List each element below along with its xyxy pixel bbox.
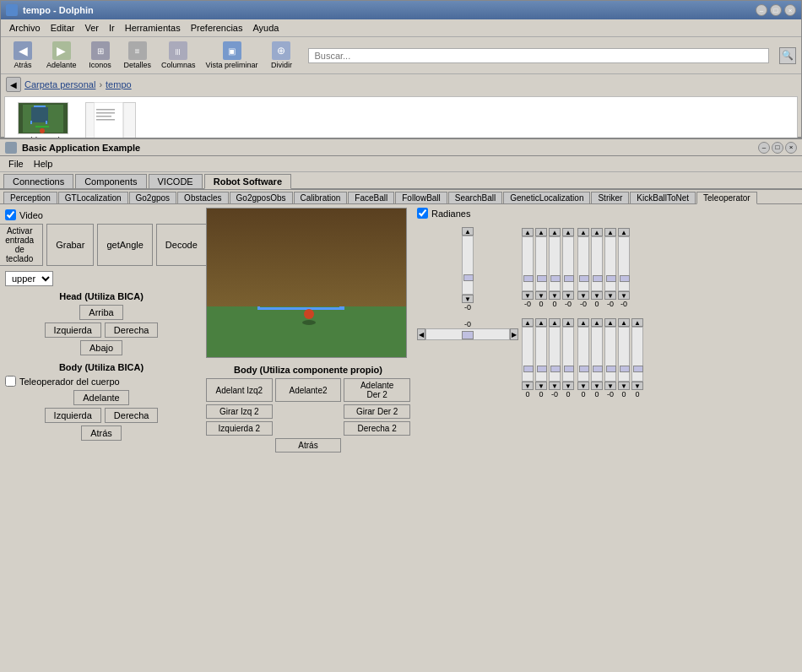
menu-preferencias[interactable]: Preferencias (186, 21, 248, 35)
menu-ver[interactable]: Ver (79, 21, 104, 35)
es3-track[interactable] (604, 236, 616, 291)
body-s4-down[interactable]: ▼ (562, 291, 574, 300)
split-button[interactable]: ⊕ Dividir (264, 40, 298, 71)
head-v-track[interactable] (462, 236, 474, 295)
sub-tab-geneticlocalization[interactable]: GeneticLocalization (503, 192, 590, 203)
body-s4-up[interactable]: ▲ (562, 228, 574, 236)
derecha2-button[interactable]: Derecha (105, 408, 159, 423)
es3-down[interactable]: ▼ (604, 291, 616, 300)
izquierda22-button[interactable]: Izquierda 2 (206, 421, 273, 436)
app-maximize-button[interactable]: □ (772, 142, 783, 154)
derecha22-button[interactable]: Derecha 2 (344, 421, 410, 436)
body-s4-track[interactable] (562, 236, 574, 291)
girar-izq2-button[interactable]: Girar Izq 2 (206, 404, 273, 419)
atras-button[interactable]: Atrás (81, 425, 122, 441)
app-close-button[interactable]: × (785, 142, 797, 154)
radianes-checkbox[interactable] (417, 208, 428, 219)
app-minimize-button[interactable]: – (758, 142, 770, 154)
forward-button[interactable]: ▶ Adelante (43, 40, 80, 71)
es6-down[interactable]: ▼ (591, 382, 603, 390)
app-menu-file[interactable]: File (3, 157, 29, 171)
es3-up[interactable]: ▲ (604, 228, 616, 236)
details-button[interactable]: ≡ Detalles (121, 40, 155, 71)
sub-tab-calibration[interactable]: Calibration (294, 192, 348, 203)
body-s5-down[interactable]: ▼ (522, 382, 534, 390)
body-s8-up[interactable]: ▲ (562, 318, 574, 327)
body-s8-track[interactable] (562, 327, 574, 382)
tab-connections[interactable]: Connections (3, 174, 73, 188)
video-checkbox[interactable] (5, 209, 16, 220)
tab-components[interactable]: Components (75, 174, 146, 188)
body-s2-up[interactable]: ▲ (535, 228, 547, 236)
body-s3-down[interactable]: ▼ (549, 291, 561, 300)
es7-up[interactable]: ▲ (604, 318, 616, 327)
menu-ayuda[interactable]: Ayuda (247, 21, 284, 35)
derecha-button[interactable]: Derecha (105, 322, 159, 338)
head-v-up-arrow[interactable]: ▲ (462, 227, 474, 236)
body-s7-track[interactable] (549, 327, 561, 382)
sub-tab-striker[interactable]: Striker (591, 192, 629, 203)
sub-tab-teleoperator[interactable]: Teleoperator (696, 192, 757, 204)
tab-robot-software[interactable]: Robot Software (204, 174, 291, 189)
head-h-left-arrow[interactable]: ◀ (417, 328, 425, 340)
body-s1-down[interactable]: ▼ (522, 291, 534, 300)
izquierda2-button[interactable]: Izquierda (45, 408, 101, 423)
sub-tab-obstacles[interactable]: Obstacles (177, 192, 228, 203)
adelante2-button[interactable]: Adelante2 (275, 378, 342, 402)
arriba-button[interactable]: Arriba (79, 305, 122, 320)
body-s6-track[interactable] (535, 327, 547, 382)
body-s2-track[interactable] (535, 236, 547, 291)
es8-up[interactable]: ▲ (618, 318, 630, 327)
es1-track[interactable] (577, 236, 589, 291)
position-select[interactable]: upper lower (5, 271, 53, 286)
body-s2-down[interactable]: ▼ (535, 291, 547, 300)
es8-down[interactable]: ▼ (618, 382, 630, 390)
girar-der2-button[interactable]: Girar Der 2 (344, 404, 410, 419)
es5-down[interactable]: ▼ (577, 382, 589, 390)
es2-down[interactable]: ▼ (591, 291, 603, 300)
getangle-button[interactable]: getAngle (97, 224, 152, 266)
head-h-track[interactable] (425, 328, 510, 340)
body-teleoperador-checkbox[interactable] (5, 376, 16, 387)
es9-up[interactable]: ▲ (631, 318, 643, 327)
head-h-right-arrow[interactable]: ▶ (510, 328, 518, 340)
es2-up[interactable]: ▲ (591, 228, 603, 236)
menu-archivo[interactable]: Archivo (4, 21, 46, 35)
columns-button[interactable]: ⫼ Columnas (158, 40, 199, 71)
sub-tab-go2gpos[interactable]: Go2gpos (129, 192, 177, 203)
body-s3-track[interactable] (549, 236, 561, 291)
decode-button[interactable]: Decode (156, 224, 207, 266)
tab-vicode[interactable]: VICODE (149, 174, 203, 188)
maximize-button[interactable]: □ (770, 4, 782, 16)
body-s5-track[interactable] (522, 327, 534, 382)
menu-editar[interactable]: Editar (46, 21, 80, 35)
grabar-button[interactable]: Grabar (46, 224, 94, 266)
body-s7-up[interactable]: ▲ (549, 318, 561, 327)
adelant-izq2-button[interactable]: Adelant Izq2 (206, 378, 273, 402)
adelante-button[interactable]: Adelante (73, 390, 128, 405)
es6-track[interactable] (591, 327, 603, 382)
menu-herramientas[interactable]: Herramientas (120, 21, 186, 35)
abajo-button[interactable]: Abajo (80, 340, 122, 355)
es6-up[interactable]: ▲ (591, 318, 603, 327)
atras2-button[interactable]: Atrás (275, 438, 342, 453)
es7-track[interactable] (604, 327, 616, 382)
es1-up[interactable]: ▲ (577, 228, 589, 236)
search-input[interactable] (308, 48, 769, 63)
head-v-down-arrow[interactable]: ▼ (462, 295, 474, 303)
body-s5-up[interactable]: ▲ (522, 318, 534, 327)
es5-up[interactable]: ▲ (577, 318, 589, 327)
back-button[interactable]: ◀ Atrás (6, 40, 40, 71)
sub-tab-kickballtonet[interactable]: KickBallToNet (630, 192, 696, 203)
es2-track[interactable] (591, 236, 603, 291)
sub-tab-followball[interactable]: FollowBall (395, 192, 447, 203)
breadcrumb-tempo[interactable]: tempo (106, 79, 132, 89)
activate-keyboard-button[interactable]: Activar entrada de teclado (0, 224, 43, 266)
body-s6-up[interactable]: ▲ (535, 318, 547, 327)
es9-track[interactable] (631, 327, 643, 382)
body-s3-up[interactable]: ▲ (549, 228, 561, 236)
close-button[interactable]: × (784, 4, 796, 16)
body-s1-track[interactable] (522, 236, 534, 291)
breadcrumb-home[interactable]: Carpeta personal (24, 79, 95, 89)
es9-down[interactable]: ▼ (631, 382, 643, 390)
